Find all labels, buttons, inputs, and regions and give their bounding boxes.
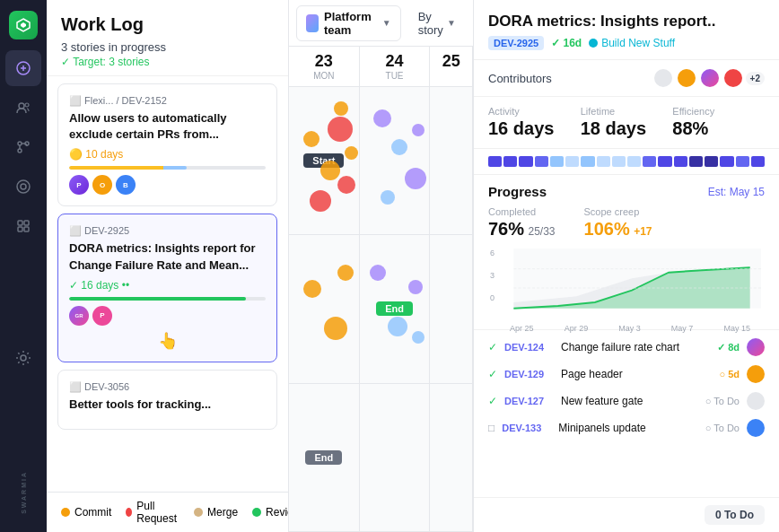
card-tag-3: ⬜ DEV-3056 <box>69 381 266 393</box>
worklog-title: Work Log <box>61 14 274 35</box>
contributors-label: Contributors <box>488 72 552 85</box>
card-avatars-1: P O B <box>69 175 266 195</box>
task-item-dev129[interactable]: ✓ DEV-129 Page header ○ 5d <box>474 361 779 388</box>
sidebar-item-layers[interactable] <box>5 208 41 244</box>
pr-dot <box>126 508 132 517</box>
progress-bar-2 <box>69 297 266 301</box>
progress-bar-1 <box>69 166 266 170</box>
story-card-dev3056[interactable]: ⬜ DEV-3056 Better tools for tracking... <box>57 370 277 430</box>
efficiency-value: 88% <box>672 118 765 139</box>
card-title-1: Allow users to automatically exclude cer… <box>69 110 266 143</box>
activity-block <box>658 156 671 167</box>
task-id-2: DEV-129 <box>504 369 554 379</box>
app-logo[interactable] <box>9 11 38 39</box>
sidebar-item-settings[interactable] <box>5 340 41 376</box>
task-item-dev124[interactable]: ✓ DEV-124 Change failure rate chart ✓ 8d <box>474 334 779 361</box>
completed-value: 76% <box>488 219 524 239</box>
activity-block <box>565 156 579 167</box>
chart-area: 6 3 0 Apr 25 A <box>488 249 765 320</box>
activity-block <box>689 156 703 167</box>
task-avatar-2 <box>747 365 765 383</box>
cell-tue-3 <box>360 384 430 532</box>
cursor-icon: 👆 <box>158 332 178 350</box>
svg-rect-8 <box>18 221 22 225</box>
view-chevron: ▼ <box>447 18 456 28</box>
svg-point-3 <box>18 142 22 145</box>
cell-25-1 <box>430 87 472 235</box>
build-label: Build New Stuff <box>601 37 675 49</box>
story-card-dev2152[interactable]: ⬜ Flexi... / DEV-2152 Allow users to aut… <box>57 83 277 206</box>
svg-rect-10 <box>18 227 22 231</box>
svg-point-12 <box>21 355 26 361</box>
cell-mon-3: End <box>289 384 359 532</box>
task-avatar-1 <box>747 338 765 356</box>
worklog-target: Target: 3 stories <box>61 56 274 68</box>
bottom-bar: 0 To Do <box>474 497 779 532</box>
card-days-1: 🟡 10 days <box>69 148 266 161</box>
activity-value: 16 days <box>488 118 581 139</box>
date-25: 25 <box>430 52 472 71</box>
contributors-row: Contributors +2 <box>474 60 779 97</box>
sidebar-item-people[interactable] <box>5 90 41 126</box>
activity-bar <box>474 149 779 175</box>
task-item-dev127[interactable]: ✓ DEV-127 New feature gate ○ To Do <box>474 388 779 414</box>
task-check-3: ✓ <box>488 395 497 407</box>
task-id-4: DEV-133 <box>502 423 551 433</box>
progress-title: Progress <box>488 184 547 199</box>
task-name-3: New feature gate <box>561 395 698 407</box>
cell-mon-2 <box>289 235 359 383</box>
task-item-dev133[interactable]: □ DEV-133 Minipanels update ○ To Do <box>474 414 779 441</box>
card-avatars-2: GR P <box>69 306 266 326</box>
avatar-4: GR <box>69 306 89 326</box>
review-label: Review <box>266 506 289 519</box>
detail-days: 16d <box>551 37 582 49</box>
cell-tue-2: End <box>360 235 430 383</box>
date-col-23: 23 MON <box>289 47 360 86</box>
task-check-1: ✓ <box>488 341 497 353</box>
detail-meta: DEV-2925 16d Build New Stuff <box>488 36 765 50</box>
team-selector[interactable]: Platform team ▼ <box>296 5 401 41</box>
timeline-col-tue: End <box>360 87 431 532</box>
activity-block <box>643 156 656 167</box>
sidebar-item-cycle[interactable] <box>5 169 41 205</box>
progress-fill-1 <box>69 166 187 170</box>
card-tag-1: ⬜ Flexi... / DEV-2152 <box>69 95 266 107</box>
team-name: Platform team <box>324 10 377 37</box>
worklog-header: Work Log 3 stories in progress Target: 3… <box>47 0 288 76</box>
date-24: 24 <box>360 52 430 71</box>
sidebar-item-worklog[interactable] <box>5 50 41 86</box>
svg-point-2 <box>25 103 29 107</box>
task-avatar-4 <box>747 419 765 437</box>
est-date: Est: May 15 <box>708 186 765 198</box>
end-badge-gray: End <box>305 450 342 465</box>
completed-label: Completed <box>488 206 556 217</box>
timeline-panel: Platform team ▼ By story ▼ 23 MON 24 TUE… <box>289 0 474 532</box>
tasks-list: ✓ DEV-124 Change failure rate chart ✓ 8d… <box>474 330 779 497</box>
svg-point-1 <box>19 103 24 109</box>
activity-block <box>581 156 594 167</box>
timeline-header: Platform team ▼ By story ▼ <box>289 0 473 47</box>
progress-section: Progress Est: May 15 Completed 76% 25/33… <box>474 175 779 330</box>
story-card-dev2925[interactable]: ⬜ DEV-2925 DORA metrics: Insights report… <box>57 214 277 362</box>
sidebar-item-git[interactable] <box>5 129 41 165</box>
contributors-avatars: +2 <box>652 67 765 89</box>
legend-pr: Pull Request <box>126 500 179 525</box>
avatar-3: B <box>116 175 136 195</box>
chart-x-labels: Apr 25 Apr 29 May 3 May 7 May 15 <box>492 324 761 333</box>
sidebar: SWARMIA <box>0 0 47 532</box>
task-avatar-3 <box>747 392 765 410</box>
activity-block <box>674 156 687 167</box>
task-todo-4: ○ To Do <box>705 423 740 433</box>
detail-build: Build New Stuff <box>589 37 675 49</box>
legend-merge: Merge <box>194 506 238 519</box>
task-name-1: Change failure rate chart <box>561 341 710 353</box>
story-selector[interactable]: By story ▼ <box>408 5 466 41</box>
activity-block <box>751 156 765 167</box>
detail-tag[interactable]: DEV-2925 <box>488 36 544 50</box>
contrib-avatar-2 <box>676 67 697 89</box>
review-dot <box>252 508 261 517</box>
legend-commit: Commit <box>61 506 111 519</box>
activity-block <box>612 156 626 167</box>
stat-scope: Scope creep 106% +17 <box>584 206 652 240</box>
activity-block <box>550 156 564 167</box>
